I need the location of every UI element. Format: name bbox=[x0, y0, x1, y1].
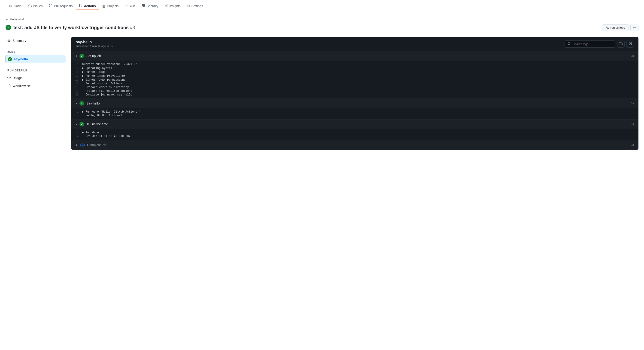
nav-settings[interactable]: ⚙ Settings bbox=[184, 2, 206, 10]
sidebar-item-summary[interactable]: Summary bbox=[6, 37, 66, 44]
step-name-set-up-job: Set up job bbox=[86, 54, 101, 58]
chevron-set-up-job-icon: ▾ bbox=[76, 54, 77, 58]
log-line: 6▶ Runner Image bbox=[71, 70, 638, 74]
chevron-say-hello-icon: ▾ bbox=[76, 102, 77, 105]
title-row: ✓ test: add JS file to verify workflow t… bbox=[6, 24, 638, 31]
step-header-set-up-job[interactable]: ▾✓Set up job0s bbox=[71, 51, 638, 61]
line-number: 11 bbox=[71, 75, 82, 78]
line-number: 18 bbox=[71, 86, 82, 89]
log-line: 11▶ Runner Image Provisioner bbox=[71, 74, 638, 78]
log-content-set-up-job: 1Current runner version: '2.321.0'2▶ Ope… bbox=[71, 61, 638, 99]
clock-icon bbox=[8, 76, 11, 80]
nav-insights-label: Insights bbox=[169, 4, 180, 8]
log-line: 1▶ Run date bbox=[71, 131, 638, 135]
line-text: ▶ Operating System bbox=[82, 66, 112, 70]
refresh-icon bbox=[619, 42, 623, 46]
line-text: Prepare workflow directory bbox=[82, 86, 129, 89]
sidebar-workflow-file-label: Workflow file bbox=[12, 84, 31, 88]
insights-icon bbox=[165, 4, 168, 8]
title-left: ✓ test: add JS file to verify workflow t… bbox=[6, 25, 135, 30]
search-logs-input[interactable] bbox=[572, 42, 612, 46]
step-header-say-hello[interactable]: ▾✓Say hello0s bbox=[71, 99, 638, 108]
step-duration-say-hello: 0s bbox=[631, 102, 634, 105]
run-number: #3 bbox=[130, 25, 135, 30]
line-number: 1 bbox=[71, 63, 82, 66]
line-text: Prepare all required actions bbox=[82, 90, 132, 93]
step-duration-complete-job: 0s bbox=[631, 143, 634, 147]
line-text: ▶ Runner Image Provisioner bbox=[82, 74, 126, 78]
sidebar-job-success-icon: ✓ bbox=[8, 57, 12, 61]
rerun-all-jobs-button[interactable]: Re-run all jobs bbox=[602, 24, 628, 31]
settings-gear-button[interactable] bbox=[626, 40, 634, 48]
security-icon bbox=[142, 4, 145, 8]
log-line: 13▶ GITHUB_TOKEN Permissions bbox=[71, 78, 638, 82]
nav-code[interactable]: <> Code bbox=[6, 2, 24, 10]
steps-container: ▾✓Set up job0s1Current runner version: '… bbox=[71, 51, 638, 150]
line-text: ▶ GITHUB_TOKEN Permissions bbox=[82, 78, 126, 82]
step-success-icon-set-up-job: ✓ bbox=[80, 54, 84, 58]
wiki-icon: ☰ bbox=[125, 4, 128, 8]
line-text: Secret source: Actions bbox=[82, 82, 122, 85]
step-header-tell-us-the-time[interactable]: ▾✓Tell us the time0s bbox=[71, 120, 638, 129]
log-line: 20 Complete job name: say-hello bbox=[71, 93, 638, 97]
sidebar-usage-label: Usage bbox=[12, 76, 22, 80]
line-text: ▶ Run echo "Hello, GitHub Actions!" bbox=[82, 110, 140, 114]
sidebar-item-say-hello[interactable]: ✓ say-hello bbox=[6, 55, 66, 63]
line-number: 20 bbox=[71, 93, 82, 96]
step-section-set-up-job: ▾✓Set up job0s1Current runner version: '… bbox=[71, 51, 638, 99]
sidebar-jobs-section: Jobs bbox=[6, 50, 66, 53]
job-subtitle: succeeded 1 minute ago in 0s bbox=[76, 45, 112, 48]
pull-requests-icon bbox=[49, 4, 52, 8]
line-number: 17 bbox=[71, 82, 82, 85]
job-info: say-hello succeeded 1 minute ago in 0s bbox=[76, 40, 112, 48]
step-success-icon-say-hello: ✓ bbox=[80, 101, 84, 106]
line-text: Complete job name: say-hello bbox=[82, 93, 132, 96]
main-layout: Summary Jobs ✓ say-hello Run details Usa… bbox=[6, 37, 638, 150]
sidebar: Summary Jobs ✓ say-hello Run details Usa… bbox=[6, 37, 66, 150]
log-line: 17 Secret source: Actions bbox=[71, 82, 638, 86]
settings-icon: ⚙ bbox=[187, 4, 190, 8]
breadcrumb-label: Hello World bbox=[10, 18, 26, 21]
issues-icon: ◯ bbox=[28, 4, 32, 8]
step-section-complete-job: ▶✓Complete job0s bbox=[71, 140, 638, 150]
line-text: Fri Jan 31 01:38:43 UTC 2025 bbox=[82, 135, 132, 138]
nav-actions[interactable]: Actions bbox=[76, 2, 98, 10]
refresh-button[interactable] bbox=[617, 40, 624, 48]
step-name-tell-us-the-time: Tell us the time bbox=[86, 122, 108, 126]
step-name-complete-job: Complete job bbox=[87, 143, 106, 147]
log-line: 1▶ Run echo "Hello, GitHub Actions!" bbox=[71, 110, 638, 114]
sidebar-summary-label: Summary bbox=[12, 39, 26, 43]
file-icon bbox=[8, 84, 11, 88]
chevron-complete-job-icon: ▶ bbox=[76, 143, 78, 147]
line-number: 19 bbox=[71, 90, 82, 93]
sidebar-item-workflow-file[interactable]: Workflow file bbox=[6, 82, 66, 90]
nav-wiki[interactable]: ☰ Wiki bbox=[122, 2, 138, 10]
breadcrumb[interactable]: ← Hello World bbox=[6, 18, 638, 21]
more-options-button[interactable]: ··· bbox=[630, 24, 638, 31]
actions-icon bbox=[79, 4, 82, 8]
nav-issues-label: Issues bbox=[33, 4, 42, 8]
title-actions: Re-run all jobs ··· bbox=[602, 24, 638, 31]
job-title: say-hello bbox=[76, 40, 112, 44]
log-line: 2▶ Operating System bbox=[71, 66, 638, 70]
search-logs-container[interactable] bbox=[564, 41, 615, 48]
log-line: 18 Prepare workflow directory bbox=[71, 86, 638, 89]
line-number: 4 bbox=[71, 114, 82, 117]
log-line: 19 Prepare all required actions bbox=[71, 89, 638, 93]
nav-projects[interactable]: ▦ Projects bbox=[100, 2, 122, 10]
line-text: ▶ Run date bbox=[82, 131, 99, 134]
nav-security[interactable]: Security bbox=[139, 2, 161, 10]
line-number: 6 bbox=[71, 71, 82, 74]
nav-pull-requests[interactable]: Pull requests bbox=[46, 2, 75, 10]
nav-issues[interactable]: ◯ Issues bbox=[25, 2, 45, 10]
step-name-say-hello: Say hello bbox=[86, 102, 100, 105]
step-success-icon-complete-job: ✓ bbox=[80, 143, 85, 147]
page-content: ← Hello World ✓ test: add JS file to ver… bbox=[0, 12, 644, 155]
sidebar-item-usage[interactable]: Usage bbox=[6, 74, 66, 82]
log-line: 4 Hello, GitHub Actions! bbox=[71, 114, 638, 117]
step-header-complete-job[interactable]: ▶✓Complete job0s bbox=[71, 140, 638, 150]
nav-security-label: Security bbox=[147, 4, 158, 8]
log-line: 4 Fri Jan 31 01:38:43 UTC 2025 bbox=[71, 135, 638, 138]
line-number: 1 bbox=[71, 110, 82, 114]
nav-insights[interactable]: Insights bbox=[162, 2, 183, 10]
